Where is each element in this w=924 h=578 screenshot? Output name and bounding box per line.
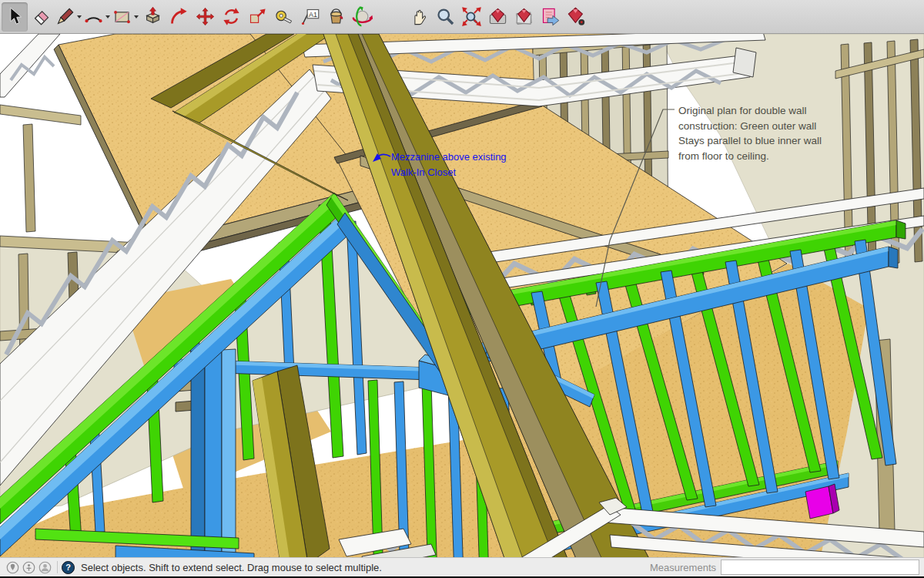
annotation-line: Stays parallel to blue inner wall	[678, 133, 822, 149]
gem-box-icon	[487, 6, 508, 27]
annotation-mezzanine[interactable]: Mezzanine above existing Walk-In Closet	[391, 150, 507, 180]
move-icon	[195, 6, 216, 27]
plugin-gem-layers-button[interactable]	[511, 2, 537, 32]
text-label-icon: A1	[300, 6, 320, 27]
line-tool-button[interactable]	[54, 2, 82, 32]
rotate-tool-button[interactable]	[218, 2, 244, 32]
select-cursor-icon	[5, 6, 25, 27]
annotation-line: Original plan for double wall	[678, 103, 822, 119]
push-pull-icon	[142, 6, 163, 27]
arc-icon	[83, 6, 104, 27]
pan-tool-button[interactable]	[406, 2, 432, 32]
push-pull-tool-button[interactable]	[139, 2, 166, 32]
annotation-line: Mezzanine above existing	[391, 150, 507, 165]
select-tool-button[interactable]	[2, 2, 28, 32]
text-tool-button[interactable]: A1	[296, 2, 323, 32]
eraser-icon	[31, 6, 52, 27]
statusbar-separator	[57, 561, 58, 573]
annotation-line: construction: Green outer wall	[678, 119, 822, 134]
rotate-icon	[221, 6, 242, 27]
gem-settings-icon	[566, 6, 587, 27]
orbit-icon	[352, 6, 373, 27]
svg-text:A1: A1	[308, 11, 316, 18]
toolbar-group-separator	[375, 16, 406, 17]
annotation-line: Walk-In Closet	[391, 165, 507, 180]
chevron-down-icon	[134, 15, 139, 18]
status-message: Select objects. Shift to extend select. …	[81, 562, 382, 573]
magnifier-icon	[435, 6, 456, 27]
paint-bucket-icon	[326, 6, 346, 27]
measurements-label: Measurements	[650, 562, 716, 573]
rectangle-tool-button[interactable]	[111, 2, 139, 32]
plugin-gem-settings-button[interactable]	[563, 2, 589, 32]
status-bar: ? Select objects. Shift to extend select…	[0, 557, 924, 576]
eraser-tool-button[interactable]	[28, 2, 54, 32]
zoom-extents-tool-button[interactable]	[458, 2, 484, 32]
pan-hand-icon	[409, 6, 430, 27]
gem-export-icon	[540, 6, 561, 27]
pencil-icon	[55, 6, 75, 27]
rectangle-icon	[112, 6, 132, 27]
follow-me-tool-button[interactable]	[166, 2, 192, 32]
chevron-down-icon	[77, 15, 82, 18]
geolocation-icon[interactable]	[6, 561, 19, 574]
measurements-input[interactable]	[721, 560, 919, 575]
tape-measure-tool-button[interactable]	[270, 2, 296, 32]
chevron-down-icon	[105, 15, 110, 18]
paint-bucket-tool-button[interactable]	[323, 2, 349, 32]
annotation-double-wall[interactable]: Original plan for double wall constructi…	[678, 103, 822, 163]
arc-tool-button[interactable]	[82, 2, 111, 32]
zoom-tool-button[interactable]	[432, 2, 458, 32]
plugin-gem-export-button[interactable]	[537, 2, 563, 32]
model-viewport[interactable]	[0, 0, 924, 578]
scale-icon	[247, 6, 268, 27]
follow-me-icon	[169, 6, 189, 27]
orbit-tool-button[interactable]	[349, 2, 375, 32]
tape-measure-icon	[273, 6, 294, 27]
scale-tool-button[interactable]	[244, 2, 270, 32]
credits-icon[interactable]	[22, 561, 35, 574]
annotation-line: from floor to ceiling.	[678, 149, 822, 164]
gem-layers-icon	[514, 6, 534, 27]
toolbar: A1	[0, 0, 924, 34]
help-button[interactable]: ?	[62, 561, 75, 574]
move-tool-button[interactable]	[192, 2, 218, 32]
sign-in-avatar-icon[interactable]	[38, 561, 52, 574]
plugin-gem-box-button[interactable]	[484, 2, 511, 32]
zoom-extents-icon	[461, 6, 482, 27]
